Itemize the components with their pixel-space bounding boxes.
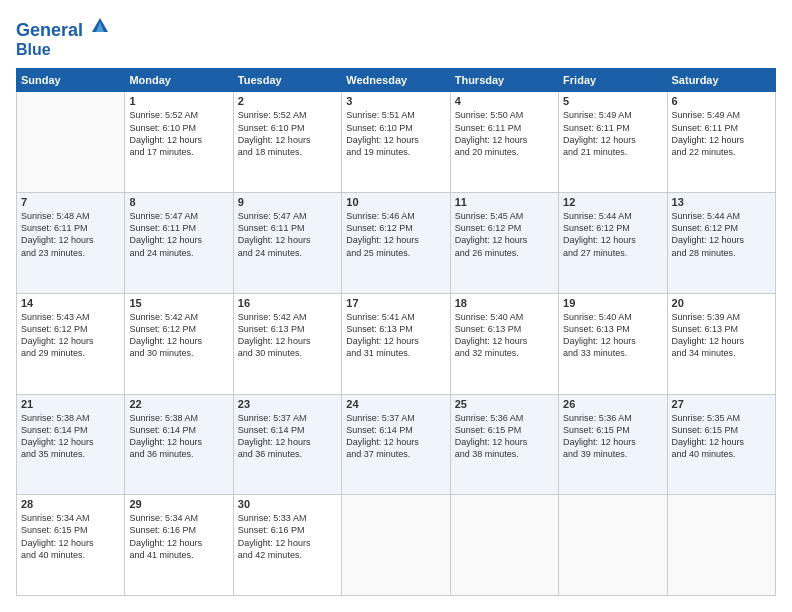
day-info: Sunrise: 5:47 AM Sunset: 6:11 PM Dayligh… [238,210,337,259]
calendar-cell: 13Sunrise: 5:44 AM Sunset: 6:12 PM Dayli… [667,193,775,294]
calendar-cell: 27Sunrise: 5:35 AM Sunset: 6:15 PM Dayli… [667,394,775,495]
day-info: Sunrise: 5:43 AM Sunset: 6:12 PM Dayligh… [21,311,120,360]
calendar-cell: 18Sunrise: 5:40 AM Sunset: 6:13 PM Dayli… [450,293,558,394]
day-info: Sunrise: 5:40 AM Sunset: 6:13 PM Dayligh… [455,311,554,360]
day-info: Sunrise: 5:47 AM Sunset: 6:11 PM Dayligh… [129,210,228,259]
logo-general: General [16,20,83,40]
day-number: 25 [455,398,554,410]
day-info: Sunrise: 5:34 AM Sunset: 6:16 PM Dayligh… [129,512,228,561]
calendar-cell: 4Sunrise: 5:50 AM Sunset: 6:11 PM Daylig… [450,92,558,193]
day-number: 16 [238,297,337,309]
day-info: Sunrise: 5:35 AM Sunset: 6:15 PM Dayligh… [672,412,771,461]
day-number: 10 [346,196,445,208]
calendar-cell: 7Sunrise: 5:48 AM Sunset: 6:11 PM Daylig… [17,193,125,294]
calendar-cell: 16Sunrise: 5:42 AM Sunset: 6:13 PM Dayli… [233,293,341,394]
header-thursday: Thursday [450,69,558,92]
calendar-cell: 17Sunrise: 5:41 AM Sunset: 6:13 PM Dayli… [342,293,450,394]
day-number: 2 [238,95,337,107]
day-number: 27 [672,398,771,410]
logo-blue: Blue [16,41,110,59]
calendar-cell: 5Sunrise: 5:49 AM Sunset: 6:11 PM Daylig… [559,92,667,193]
day-info: Sunrise: 5:52 AM Sunset: 6:10 PM Dayligh… [238,109,337,158]
header: General Blue [16,16,776,58]
day-info: Sunrise: 5:42 AM Sunset: 6:12 PM Dayligh… [129,311,228,360]
day-number: 3 [346,95,445,107]
day-info: Sunrise: 5:49 AM Sunset: 6:11 PM Dayligh… [563,109,662,158]
calendar-week-row: 1Sunrise: 5:52 AM Sunset: 6:10 PM Daylig… [17,92,776,193]
logo-text: General [16,16,110,41]
day-info: Sunrise: 5:50 AM Sunset: 6:11 PM Dayligh… [455,109,554,158]
calendar-cell: 8Sunrise: 5:47 AM Sunset: 6:11 PM Daylig… [125,193,233,294]
calendar-cell: 25Sunrise: 5:36 AM Sunset: 6:15 PM Dayli… [450,394,558,495]
calendar-cell: 15Sunrise: 5:42 AM Sunset: 6:12 PM Dayli… [125,293,233,394]
day-info: Sunrise: 5:33 AM Sunset: 6:16 PM Dayligh… [238,512,337,561]
calendar-cell: 21Sunrise: 5:38 AM Sunset: 6:14 PM Dayli… [17,394,125,495]
day-info: Sunrise: 5:37 AM Sunset: 6:14 PM Dayligh… [346,412,445,461]
calendar-cell: 22Sunrise: 5:38 AM Sunset: 6:14 PM Dayli… [125,394,233,495]
day-number: 23 [238,398,337,410]
weekday-header-row: Sunday Monday Tuesday Wednesday Thursday… [17,69,776,92]
calendar-week-row: 21Sunrise: 5:38 AM Sunset: 6:14 PM Dayli… [17,394,776,495]
calendar-cell: 19Sunrise: 5:40 AM Sunset: 6:13 PM Dayli… [559,293,667,394]
header-sunday: Sunday [17,69,125,92]
calendar-table: Sunday Monday Tuesday Wednesday Thursday… [16,68,776,596]
calendar-week-row: 14Sunrise: 5:43 AM Sunset: 6:12 PM Dayli… [17,293,776,394]
day-info: Sunrise: 5:49 AM Sunset: 6:11 PM Dayligh… [672,109,771,158]
calendar-cell: 28Sunrise: 5:34 AM Sunset: 6:15 PM Dayli… [17,495,125,596]
calendar-cell: 23Sunrise: 5:37 AM Sunset: 6:14 PM Dayli… [233,394,341,495]
day-info: Sunrise: 5:41 AM Sunset: 6:13 PM Dayligh… [346,311,445,360]
day-number: 6 [672,95,771,107]
header-wednesday: Wednesday [342,69,450,92]
day-info: Sunrise: 5:34 AM Sunset: 6:15 PM Dayligh… [21,512,120,561]
day-number: 5 [563,95,662,107]
day-info: Sunrise: 5:38 AM Sunset: 6:14 PM Dayligh… [129,412,228,461]
day-number: 7 [21,196,120,208]
header-saturday: Saturday [667,69,775,92]
day-number: 1 [129,95,228,107]
calendar-cell: 9Sunrise: 5:47 AM Sunset: 6:11 PM Daylig… [233,193,341,294]
day-info: Sunrise: 5:40 AM Sunset: 6:13 PM Dayligh… [563,311,662,360]
day-info: Sunrise: 5:44 AM Sunset: 6:12 PM Dayligh… [672,210,771,259]
day-info: Sunrise: 5:36 AM Sunset: 6:15 PM Dayligh… [563,412,662,461]
calendar-cell [17,92,125,193]
calendar-cell: 29Sunrise: 5:34 AM Sunset: 6:16 PM Dayli… [125,495,233,596]
calendar-week-row: 7Sunrise: 5:48 AM Sunset: 6:11 PM Daylig… [17,193,776,294]
calendar-cell: 24Sunrise: 5:37 AM Sunset: 6:14 PM Dayli… [342,394,450,495]
calendar-cell: 20Sunrise: 5:39 AM Sunset: 6:13 PM Dayli… [667,293,775,394]
header-tuesday: Tuesday [233,69,341,92]
day-number: 8 [129,196,228,208]
day-info: Sunrise: 5:52 AM Sunset: 6:10 PM Dayligh… [129,109,228,158]
day-number: 13 [672,196,771,208]
day-info: Sunrise: 5:51 AM Sunset: 6:10 PM Dayligh… [346,109,445,158]
day-info: Sunrise: 5:39 AM Sunset: 6:13 PM Dayligh… [672,311,771,360]
day-info: Sunrise: 5:45 AM Sunset: 6:12 PM Dayligh… [455,210,554,259]
day-info: Sunrise: 5:46 AM Sunset: 6:12 PM Dayligh… [346,210,445,259]
calendar-cell [342,495,450,596]
header-friday: Friday [559,69,667,92]
day-number: 20 [672,297,771,309]
calendar-cell: 30Sunrise: 5:33 AM Sunset: 6:16 PM Dayli… [233,495,341,596]
day-number: 30 [238,498,337,510]
logo: General Blue [16,16,110,58]
day-info: Sunrise: 5:48 AM Sunset: 6:11 PM Dayligh… [21,210,120,259]
calendar-cell: 12Sunrise: 5:44 AM Sunset: 6:12 PM Dayli… [559,193,667,294]
calendar-cell: 3Sunrise: 5:51 AM Sunset: 6:10 PM Daylig… [342,92,450,193]
day-number: 15 [129,297,228,309]
calendar-cell: 10Sunrise: 5:46 AM Sunset: 6:12 PM Dayli… [342,193,450,294]
day-number: 29 [129,498,228,510]
day-number: 14 [21,297,120,309]
day-number: 26 [563,398,662,410]
day-number: 21 [21,398,120,410]
day-number: 11 [455,196,554,208]
day-info: Sunrise: 5:38 AM Sunset: 6:14 PM Dayligh… [21,412,120,461]
day-number: 28 [21,498,120,510]
day-info: Sunrise: 5:42 AM Sunset: 6:13 PM Dayligh… [238,311,337,360]
logo-icon [90,16,110,36]
day-number: 17 [346,297,445,309]
day-number: 24 [346,398,445,410]
calendar-cell: 1Sunrise: 5:52 AM Sunset: 6:10 PM Daylig… [125,92,233,193]
calendar-cell: 2Sunrise: 5:52 AM Sunset: 6:10 PM Daylig… [233,92,341,193]
day-info: Sunrise: 5:36 AM Sunset: 6:15 PM Dayligh… [455,412,554,461]
calendar-cell [450,495,558,596]
calendar-cell [559,495,667,596]
